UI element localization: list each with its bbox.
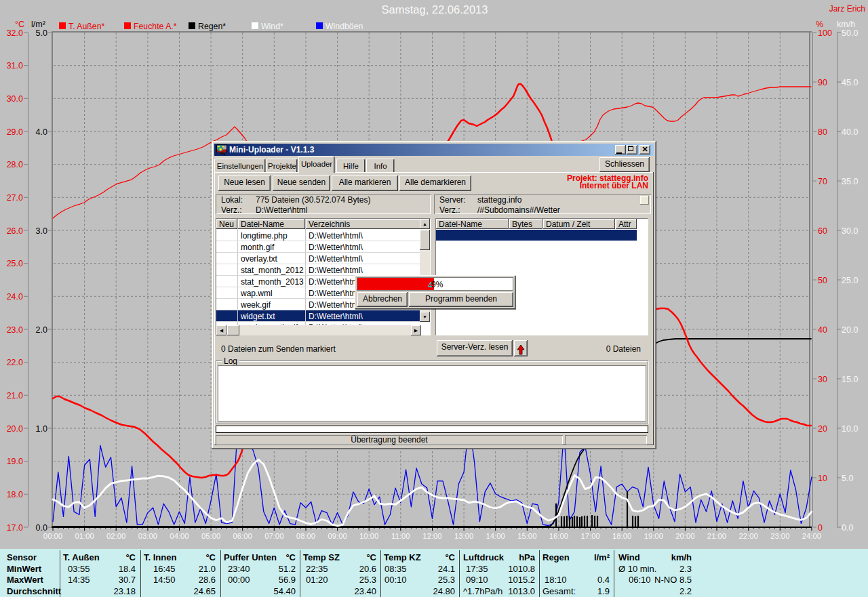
- svg-text:Jarz Erich: Jarz Erich: [829, 4, 865, 14]
- svg-text:19.0: 19.0: [7, 457, 23, 466]
- svg-text:10:00: 10:00: [359, 532, 378, 540]
- svg-text:17:00: 17:00: [580, 532, 599, 540]
- svg-text:30: 30: [818, 375, 827, 384]
- svg-text:09:00: 09:00: [328, 532, 347, 540]
- svg-text:20:00: 20:00: [675, 532, 694, 540]
- svg-text:20.0: 20.0: [7, 424, 23, 434]
- svg-text:T. Außen*: T. Außen*: [68, 22, 105, 31]
- svg-text:22.0: 22.0: [7, 358, 23, 367]
- svg-text:30.0: 30.0: [842, 226, 858, 236]
- svg-text:Windböen: Windböen: [326, 22, 363, 31]
- svg-text:12:00: 12:00: [422, 532, 441, 540]
- svg-text:0: 0: [818, 523, 823, 533]
- svg-text:Samstag, 22.06.2013: Samstag, 22.06.2013: [382, 3, 488, 16]
- svg-text:07:00: 07:00: [264, 532, 283, 540]
- svg-text:20.0: 20.0: [842, 325, 858, 335]
- svg-text:02:00: 02:00: [106, 532, 125, 540]
- svg-text:11:00: 11:00: [391, 532, 410, 540]
- svg-text:29.0: 29.0: [7, 127, 23, 137]
- svg-text:0.0: 0.0: [842, 523, 853, 533]
- svg-text:100: 100: [818, 28, 832, 38]
- svg-text:21:00: 21:00: [707, 532, 726, 540]
- svg-text:70: 70: [818, 177, 827, 186]
- svg-text:03:00: 03:00: [138, 532, 157, 540]
- svg-text:l/m²: l/m²: [31, 20, 45, 29]
- svg-text:06:00: 06:00: [233, 532, 252, 540]
- svg-text:45.0: 45.0: [842, 78, 858, 87]
- svg-text:21.0: 21.0: [7, 391, 23, 400]
- svg-text:32.0: 32.0: [7, 28, 23, 38]
- svg-text:30.0: 30.0: [7, 94, 23, 104]
- svg-text:5.0: 5.0: [36, 28, 47, 38]
- svg-text:20: 20: [818, 424, 827, 434]
- svg-text:17.0: 17.0: [7, 523, 23, 533]
- svg-text:24:00: 24:00: [802, 532, 821, 540]
- svg-text:%: %: [816, 20, 823, 29]
- svg-text:km/h: km/h: [837, 20, 855, 29]
- svg-text:23.0: 23.0: [7, 325, 23, 335]
- svg-text:23:00: 23:00: [770, 532, 789, 540]
- svg-text:31.0: 31.0: [7, 61, 23, 70]
- svg-text:50: 50: [818, 276, 827, 285]
- svg-text:2.0: 2.0: [36, 325, 47, 335]
- svg-text:5.0: 5.0: [842, 474, 853, 483]
- svg-text:25.0: 25.0: [842, 276, 858, 285]
- svg-text:01:00: 01:00: [75, 532, 94, 540]
- svg-text:35.0: 35.0: [842, 177, 858, 186]
- svg-text:40: 40: [818, 325, 827, 335]
- svg-text:0.0: 0.0: [36, 523, 47, 533]
- svg-text:3.0: 3.0: [36, 226, 47, 236]
- svg-text:28.0: 28.0: [7, 160, 23, 169]
- svg-text:Feuchte A.*: Feuchte A.*: [134, 22, 177, 31]
- svg-text:15:00: 15:00: [517, 532, 536, 540]
- svg-text:Wind*: Wind*: [261, 22, 283, 31]
- svg-text:18.0: 18.0: [7, 490, 23, 499]
- svg-text:18:00: 18:00: [612, 532, 631, 540]
- svg-text:24.0: 24.0: [7, 292, 23, 302]
- svg-text:16:00: 16:00: [549, 532, 568, 540]
- svg-text:60: 60: [818, 226, 827, 236]
- svg-text:80: 80: [818, 127, 827, 137]
- svg-text:50.0: 50.0: [842, 28, 858, 38]
- svg-text:40.0: 40.0: [842, 127, 858, 137]
- svg-text:04:00: 04:00: [170, 532, 189, 540]
- svg-text:27.0: 27.0: [7, 193, 23, 203]
- svg-text:13:00: 13:00: [454, 532, 473, 540]
- svg-text:00:00: 00:00: [43, 532, 62, 540]
- svg-text:19:00: 19:00: [644, 532, 663, 540]
- svg-text:15.0: 15.0: [842, 375, 858, 384]
- svg-text:26.0: 26.0: [7, 226, 23, 236]
- svg-text:25.0: 25.0: [7, 259, 23, 268]
- svg-text:05:00: 05:00: [201, 532, 220, 540]
- svg-text:90: 90: [818, 78, 827, 87]
- svg-text:1.0: 1.0: [36, 424, 47, 434]
- svg-text:Regen*: Regen*: [198, 22, 226, 31]
- svg-text:4.0: 4.0: [36, 127, 47, 137]
- svg-text:10.0: 10.0: [842, 424, 858, 434]
- svg-text:°C: °C: [15, 20, 24, 29]
- svg-text:10: 10: [818, 474, 827, 483]
- svg-text:14:00: 14:00: [486, 532, 505, 540]
- svg-text:08:00: 08:00: [296, 532, 315, 540]
- svg-text:22:00: 22:00: [739, 532, 758, 540]
